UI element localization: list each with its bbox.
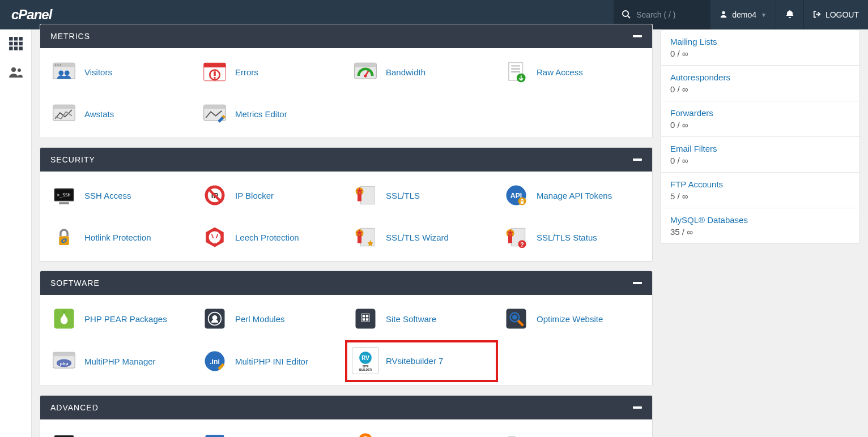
stats-sidebar: Mailing Lists 0 / ∞ Autoresponders 0 / ∞… <box>661 29 868 437</box>
svg-rect-65 <box>508 235 512 243</box>
app-multiphp-ini-editor[interactable]: .ini MultiPHP INI Editor <box>195 344 346 379</box>
chevron-down-icon: ▼ <box>761 12 767 18</box>
pear-icon <box>50 305 78 332</box>
svg-rect-49 <box>358 194 361 202</box>
stat-label[interactable]: Mailing Lists <box>670 37 717 46</box>
collapse-icon <box>633 406 642 409</box>
app-metrics-editor[interactable]: Metrics Editor <box>195 97 346 131</box>
panel-advanced-header[interactable]: ADVANCED <box>40 396 652 419</box>
app-label: MultiPHP Manager <box>84 357 156 366</box>
svg-rect-22 <box>204 63 226 67</box>
svg-point-12 <box>11 67 16 72</box>
svg-rect-69 <box>63 311 65 313</box>
errors-icon <box>201 58 228 85</box>
stat-label[interactable]: MySQL® Databases <box>670 215 748 225</box>
notifications-button[interactable] <box>776 0 803 29</box>
app-label: SSL/TLS <box>386 191 420 200</box>
app-php-pear-packages[interactable]: PHP PEAR Packages <box>45 302 195 336</box>
app-ssh-access[interactable]: >_SSH SSH Access <box>45 178 195 212</box>
app-label: SSL/TLS Wizard <box>386 233 449 242</box>
app-site-software[interactable]: Site Software <box>346 302 497 336</box>
app-terminal[interactable]: >_ Terminal <box>45 426 195 437</box>
stat-forwarders: Forwarders 0 / ∞ <box>661 101 860 137</box>
app-label: Errors <box>235 67 258 77</box>
nav-users[interactable] <box>7 63 25 82</box>
panel-software: SOFTWARE PHP PEAR Packages Perl Modules <box>40 271 653 386</box>
app-ssl-tls-wizard[interactable]: SSL/TLS Wizard <box>346 220 497 254</box>
stat-label[interactable]: Email Filters <box>670 144 717 153</box>
app-ip-blocker[interactable]: IP IP Blocker <box>195 178 346 212</box>
app-bandwidth[interactable]: Bandwidth <box>346 55 497 89</box>
app-perl-modules[interactable]: Perl Modules <box>195 302 346 336</box>
svg-rect-7 <box>14 41 18 45</box>
app-awstats[interactable]: Awstats <box>45 97 195 131</box>
svg-rect-38 <box>204 105 226 109</box>
panel-security: SECURITY >_SSH SSH Access IP IP Blocker <box>40 147 653 262</box>
svg-rect-15 <box>53 63 75 67</box>
app-errors[interactable]: Errors <box>195 55 346 89</box>
app-visitors[interactable]: Visitors <box>45 55 195 89</box>
stat-label[interactable]: Autoresponders <box>670 72 730 82</box>
app-rvsitebuilder[interactable]: RVSITEBUILDER RVsitebuilder 7 <box>346 341 497 381</box>
cron-icon <box>201 430 228 437</box>
optimize-icon <box>503 305 530 332</box>
app-leech-protection[interactable]: Leech Protection <box>195 220 346 254</box>
app-hotlink-protection[interactable]: Hotlink Protection <box>45 220 195 254</box>
logo[interactable]: cPanel <box>11 7 52 23</box>
app-label: IP Blocker <box>235 191 274 200</box>
stats-panel: Mailing Lists 0 / ∞ Autoresponders 0 / ∞… <box>661 29 860 244</box>
search-input[interactable] <box>636 10 699 19</box>
stat-value: 0 / ∞ <box>670 84 850 94</box>
app-multiphp-manager[interactable]: php MultiPHP Manager <box>45 344 195 379</box>
terminal-icon: >_ <box>50 430 78 437</box>
svg-point-25 <box>214 77 216 79</box>
svg-point-18 <box>60 64 62 66</box>
panel-metrics-header[interactable]: METRICS <box>40 24 652 48</box>
svg-point-28 <box>364 74 367 77</box>
svg-line-1 <box>628 16 630 18</box>
app-ssl-tls[interactable]: SSL/TLS <box>346 178 497 212</box>
stat-label[interactable]: Forwarders <box>670 108 713 118</box>
svg-text:RV: RV <box>361 355 369 361</box>
panel-security-header[interactable]: SECURITY <box>40 148 652 172</box>
stat-value: 0 / ∞ <box>670 156 850 165</box>
panel-software-header[interactable]: SOFTWARE <box>40 271 652 295</box>
app-track-dns[interactable]: DNS Track DNS <box>346 426 497 437</box>
user-label: demo4 <box>732 10 756 19</box>
svg-point-17 <box>57 64 59 66</box>
leech-icon <box>201 224 228 251</box>
stat-value: 0 / ∞ <box>670 49 850 58</box>
svg-rect-3 <box>9 37 13 41</box>
stat-ftp-accounts: FTP Accounts 5 / ∞ <box>661 173 860 208</box>
svg-rect-11 <box>19 46 23 50</box>
app-indexes[interactable]: Indexes <box>497 426 648 437</box>
panel-advanced: ADVANCED >_ Terminal Cron Jobs <box>40 395 653 437</box>
app-label: PHP PEAR Packages <box>84 314 167 324</box>
stat-value: 5 / ∞ <box>670 191 850 201</box>
user-icon <box>720 10 727 20</box>
app-raw-access[interactable]: Raw Access <box>497 55 648 89</box>
nav-dashboard[interactable] <box>7 35 25 53</box>
svg-point-2 <box>722 11 725 14</box>
panel-advanced-title: ADVANCED <box>50 403 99 412</box>
svg-text:php: php <box>60 361 69 366</box>
users-icon <box>8 66 24 80</box>
app-cron-jobs[interactable]: Cron Jobs <box>195 426 346 437</box>
app-label: Perl Modules <box>235 314 285 324</box>
metrics-editor-icon <box>201 100 228 127</box>
ssl-tls-icon <box>352 182 379 209</box>
logout-icon <box>813 10 821 20</box>
awstats-icon <box>50 100 78 127</box>
app-ssl-tls-status[interactable]: ? SSL/TLS Status <box>497 220 648 254</box>
ssl-status-icon: ? <box>503 224 530 251</box>
hotlink-icon <box>50 224 78 251</box>
panel-metrics-title: METRICS <box>50 32 90 41</box>
app-optimize-website[interactable]: Optimize Website <box>497 302 648 336</box>
logout-button[interactable]: LOGOUT <box>803 0 868 29</box>
stat-label[interactable]: FTP Accounts <box>670 179 723 189</box>
app-label: Bandwidth <box>386 67 426 77</box>
raw-access-icon <box>503 58 530 85</box>
site-software-icon <box>352 305 379 332</box>
app-manage-api-tokens[interactable]: API Manage API Tokens <box>497 178 648 212</box>
user-menu[interactable]: demo4 ▼ <box>710 0 776 29</box>
